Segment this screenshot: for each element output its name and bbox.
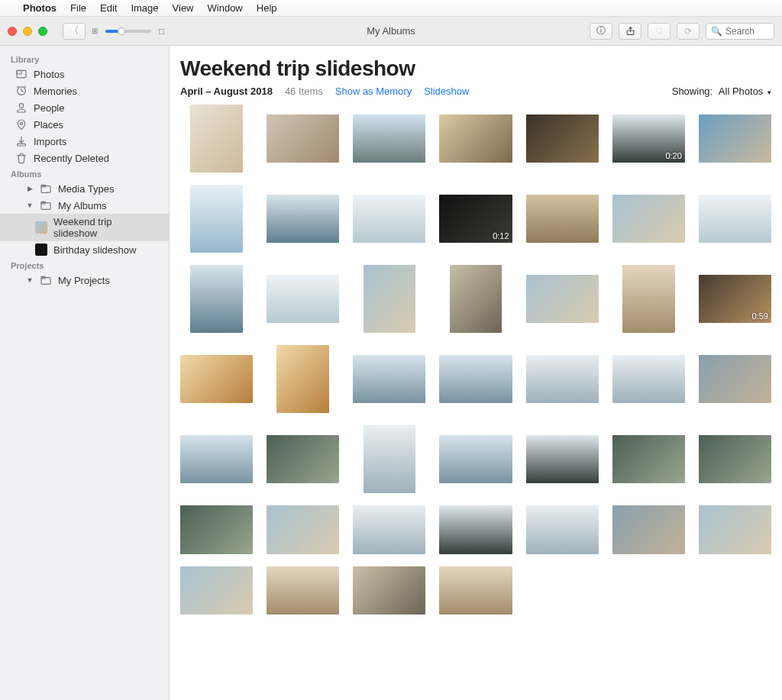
sidebar-item-imports[interactable]: Imports: [0, 133, 169, 150]
photo-thumbnail[interactable]: [267, 505, 339, 553]
menu-window[interactable]: Window: [208, 2, 243, 14]
photo-grid: 0:200:120:59: [180, 105, 771, 615]
menu-file[interactable]: File: [70, 2, 86, 14]
photo-thumbnail[interactable]: [276, 345, 329, 413]
sidebar-item-media-types[interactable]: ▶Media Types: [0, 180, 169, 197]
thumbnail-size-control: ⊞ □: [92, 26, 164, 37]
photo-thumbnail[interactable]: [180, 566, 253, 615]
photo-cell: 0:59: [699, 265, 771, 333]
folder-icon: [40, 199, 52, 211]
photo-thumbnail[interactable]: [353, 195, 425, 243]
photo-thumbnail[interactable]: [439, 115, 512, 163]
photo-thumbnail[interactable]: [699, 505, 771, 553]
sidebar-item-weekend-trip-slideshow[interactable]: Weekend trip slideshow: [0, 214, 169, 241]
sidebar-item-label: People: [34, 102, 64, 114]
photo-thumbnail[interactable]: [180, 435, 253, 483]
photo-thumbnail[interactable]: [267, 195, 339, 243]
album-subheader: April – August 2018 46 Items Show as Mem…: [180, 85, 771, 97]
photo-thumbnail[interactable]: 0:59: [699, 275, 771, 323]
minimize-window-button[interactable]: [23, 27, 32, 36]
photo-cell: [353, 265, 425, 333]
showing-filter[interactable]: Showing: All Photos ▾: [672, 85, 771, 97]
video-duration-badge: 0:59: [752, 311, 768, 321]
info-button[interactable]: ⓘ: [590, 23, 612, 40]
sidebar-item-birthday-slideshow[interactable]: Birthday slideshow: [0, 241, 169, 258]
sidebar-item-places[interactable]: Places: [0, 116, 169, 133]
photo-thumbnail[interactable]: 0:12: [439, 195, 512, 243]
photo-thumbnail[interactable]: [612, 355, 685, 403]
photo-thumbnail[interactable]: [612, 505, 685, 553]
photo-thumbnail[interactable]: [439, 505, 512, 553]
menu-image[interactable]: Image: [131, 2, 158, 14]
photo-thumbnail[interactable]: [612, 435, 685, 483]
photo-thumbnail[interactable]: [180, 505, 253, 553]
photo-thumbnail[interactable]: [190, 185, 243, 253]
grid-small-icon: ⊞: [92, 27, 98, 35]
photo-thumbnail[interactable]: [439, 566, 512, 615]
photo-cell: [353, 566, 425, 615]
photo-thumbnail[interactable]: [526, 115, 599, 163]
photo-thumbnail[interactable]: [353, 355, 425, 403]
photo-thumbnail[interactable]: [364, 265, 416, 333]
photo-thumbnail[interactable]: [699, 195, 771, 243]
info-icon: ⓘ: [596, 24, 606, 37]
photo-thumbnail[interactable]: [180, 355, 253, 403]
sidebar-item-photos[interactable]: Photos: [0, 66, 169, 82]
sidebar-item-people[interactable]: People: [0, 99, 169, 116]
photo-thumbnail[interactable]: 0:20: [612, 115, 685, 163]
menu-view[interactable]: View: [173, 2, 194, 14]
sidebar-item-my-albums[interactable]: ▼My Albums: [0, 197, 169, 214]
close-window-button[interactable]: [8, 27, 17, 36]
photo-thumbnail[interactable]: [699, 115, 771, 163]
photo-thumbnail[interactable]: [526, 275, 599, 323]
photo-thumbnail[interactable]: [439, 355, 512, 403]
search-input[interactable]: [725, 26, 767, 37]
photo-thumbnail[interactable]: [353, 505, 425, 553]
photo-thumbnail[interactable]: [267, 275, 339, 323]
photo-thumbnail[interactable]: [622, 265, 675, 333]
favorite-button[interactable]: ♡: [648, 23, 671, 40]
photo-thumbnail[interactable]: [364, 425, 416, 493]
photo-thumbnail[interactable]: [699, 355, 771, 403]
menu-help[interactable]: Help: [257, 2, 277, 14]
share-button[interactable]: [619, 23, 641, 40]
photo-thumbnail[interactable]: [439, 435, 512, 483]
photo-thumbnail[interactable]: [267, 115, 339, 163]
photo-thumbnail[interactable]: [450, 265, 502, 333]
photo-thumbnail[interactable]: [526, 195, 599, 243]
disclosure-triangle-icon[interactable]: ▼: [26, 276, 34, 284]
photo-thumbnail[interactable]: [353, 115, 425, 163]
photo-cell: [267, 566, 339, 615]
photo-thumbnail[interactable]: [190, 105, 243, 173]
sidebar-item-recently-deleted[interactable]: Recently Deleted: [0, 150, 169, 166]
photo-thumbnail[interactable]: [526, 505, 599, 553]
photo-thumbnail[interactable]: [526, 435, 599, 483]
photo-cell: [699, 505, 771, 553]
imports-icon: [15, 135, 27, 147]
photo-thumbnail[interactable]: [267, 435, 339, 483]
photo-thumbnail[interactable]: [699, 435, 771, 483]
back-button[interactable]: 〈: [63, 23, 86, 40]
search-field[interactable]: 🔍: [706, 23, 774, 40]
photo-thumbnail[interactable]: [612, 195, 685, 243]
sidebar-item-my-projects[interactable]: ▼My Projects: [0, 272, 169, 289]
photo-thumbnail[interactable]: [353, 566, 425, 615]
slideshow-link[interactable]: Slideshow: [424, 85, 469, 97]
sidebar-item-memories[interactable]: Memories: [0, 82, 169, 99]
photo-cell: [612, 265, 685, 333]
app-menu[interactable]: Photos: [23, 2, 57, 14]
zoom-slider[interactable]: [105, 30, 151, 33]
show-as-memory-link[interactable]: Show as Memory: [335, 85, 412, 97]
photo-cell: [180, 566, 253, 615]
fullscreen-window-button[interactable]: [38, 27, 47, 36]
disclosure-triangle-icon[interactable]: ▶: [26, 185, 34, 192]
photo-thumbnail[interactable]: [526, 355, 599, 403]
system-menubar: Photos File Edit Image View Window Help: [0, 0, 782, 17]
photo-cell: 0:12: [439, 185, 512, 253]
folder-icon: [40, 182, 52, 195]
disclosure-triangle-icon[interactable]: ▼: [26, 202, 34, 209]
rotate-button[interactable]: ⟳: [677, 23, 700, 40]
menu-edit[interactable]: Edit: [100, 2, 117, 14]
photo-thumbnail[interactable]: [267, 566, 339, 615]
photo-thumbnail[interactable]: [190, 265, 243, 333]
